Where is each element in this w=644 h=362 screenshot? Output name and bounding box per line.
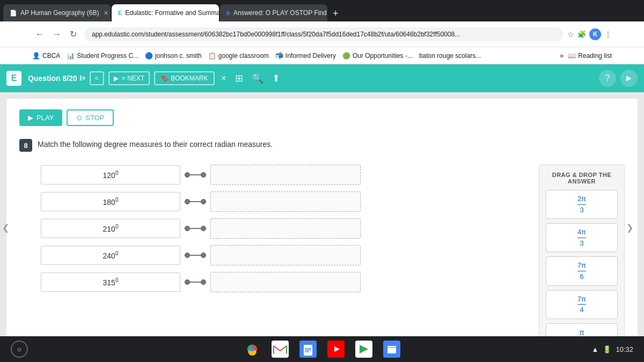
docs-icon[interactable] [298,339,318,359]
more-bookmarks[interactable]: » [560,51,564,60]
gmail-icon[interactable] [270,339,290,359]
degree-box-210: 2100 [41,219,180,238]
app-logo: E [6,71,21,86]
playback-controls: ▶ PLAY ⊙ STOP [19,109,625,126]
back-button[interactable]: ← [32,27,47,41]
next-question-button[interactable]: ▶ > NEXT [108,71,150,85]
chrome-icon[interactable] [243,339,262,359]
stop-button[interactable]: ⊙ STOP [67,109,114,126]
degree-column: 1200 1800 [41,165,361,292]
user-button[interactable]: ► [620,70,638,87]
bookmark-star-icon[interactable]: ☆ [567,30,574,39]
connector-240[interactable] [180,253,210,258]
wifi-icon: ▲ [592,345,599,353]
answer-box-1[interactable] [210,165,361,185]
bookmark-button[interactable]: 🔖 BOOKMARK [154,71,214,85]
bookmark-student-progress[interactable]: 📊 Student Progress C... [67,52,138,60]
svg-rect-7 [305,351,309,352]
connector-210[interactable] [180,226,210,231]
bookmark-jonhson[interactable]: 🔵 jonhson c. smith [145,52,202,60]
question-counter: Question 8/20 ℹ▾ [28,74,85,83]
bookmark-google-classroom[interactable]: 📋 google classroom [208,52,269,60]
bookmark-baton-rouge[interactable]: baton rouge scolars... [419,52,481,60]
circle-icon: ○ [11,341,28,358]
taskbar: ○ [0,336,644,362]
prev-question-button[interactable]: < [90,71,104,85]
answer-box-3[interactable] [210,218,361,239]
browser-extension-icon[interactable]: 🧩 [577,30,586,38]
tab-icon-2: E [118,10,122,16]
tab-icon-3: b [226,10,230,16]
connector-180[interactable] [180,199,210,204]
bookmark-icon: 🔖 [160,75,169,82]
degree-box-315: 3150 [41,272,180,292]
bookmark-informed-delivery[interactable]: 📬 Informed Delivery [275,52,336,60]
time-display: 10:32 [616,345,633,353]
tab-ap-human-geography[interactable]: 📄 AP Human Geography (6B) ✕ [3,4,111,21]
svg-rect-13 [387,346,396,353]
fraction-7pi-4: 7π 4 [553,295,611,314]
grid-icon-button[interactable]: ⊞ [233,70,245,86]
svg-rect-6 [305,350,311,351]
forward-button[interactable]: → [49,27,64,41]
bookmark-reading-list[interactable]: 📖 Reading list [568,52,612,60]
stop-icon: ⊙ [76,114,82,122]
drag-item-4pi-3[interactable]: 4π 3 [546,223,618,252]
tab-label-1: AP Human Geography (6B) [20,9,99,17]
degree-box-180: 1800 [41,192,180,211]
question-info-icon[interactable]: ℹ▾ [79,75,85,82]
bookmark-icon-jonhson: 🔵 [145,52,153,60]
connector-315[interactable] [180,279,210,285]
new-tab-button[interactable]: + [328,6,343,21]
youtube-icon[interactable] [326,339,346,359]
close-tab-1[interactable]: ✕ [104,10,108,17]
help-button[interactable]: ? [599,70,616,87]
matching-area: 1200 1800 [19,165,625,353]
match-row-210: 2100 [41,218,361,239]
search-icon-button[interactable]: 🔍 [250,70,266,86]
svg-point-1 [250,347,254,351]
answer-box-2[interactable] [210,191,361,212]
taskbar-circle[interactable]: ○ [11,341,28,358]
bookmark-cbca[interactable]: 👤 CBCA [32,52,60,60]
bookmark-icon-cbca: 👤 [32,52,40,60]
question-header: 8 Match the following degree measures to… [19,139,625,152]
taskbar-status: ▲ 🔋 10:32 [592,345,633,353]
svg-rect-5 [305,348,311,349]
answer-box-4[interactable] [210,245,361,265]
drag-item-2pi-3[interactable]: 2π 3 [546,190,618,219]
bookmark-opportunities[interactable]: 🟢 Our Opportunities -... [342,52,413,60]
answer-box-5[interactable] [210,272,361,292]
upload-icon-button[interactable]: ⬆ [270,70,282,86]
play-button[interactable]: ▶ PLAY [19,109,62,126]
match-row-240: 2400 [41,245,361,265]
bookmark-icon-opportunities: 🟢 [342,52,350,60]
question-number: 8 [19,139,32,152]
next-arrow-icon: ▶ [114,75,119,82]
fraction-4pi-3: 4π 3 [553,228,611,247]
fraction-2pi-3: 2π 3 [553,195,611,214]
reload-button[interactable]: ↻ [67,27,80,41]
right-nav-arrow[interactable]: ❯ [624,216,635,239]
drag-drop-panel: DRAG & DROP THE ANSWER 2π 3 4π 3 [539,165,625,353]
bookmark-icon-progress: 📊 [67,52,75,60]
profile-icon[interactable]: K [589,28,601,40]
bookmark-icon-classroom: 📋 [208,52,216,60]
tab-answered[interactable]: b Answered: O PLAY OSTOP Find t ✕ [220,4,327,21]
close-button[interactable]: × [219,71,229,86]
drag-item-7pi-4[interactable]: 7π 4 [546,290,618,319]
reading-list-icon: 📖 [568,52,576,60]
tab-icon-1: 📄 [10,10,17,17]
play-store-icon[interactable] [354,339,374,359]
address-input[interactable] [84,27,563,41]
question-text: Match the following degree measures to t… [38,139,273,149]
files-icon[interactable] [382,339,401,359]
menu-icon[interactable]: ⋮ [604,30,612,39]
match-row-120: 1200 [41,165,361,185]
connector-120[interactable] [180,172,210,178]
play-icon: ▶ [28,114,33,122]
pi-symbol: π [579,328,584,337]
left-nav-arrow[interactable]: ❮ [0,216,11,239]
tab-edulastic[interactable]: E Edulastic: Formative and Summa ✕ [112,4,219,21]
drag-item-7pi-6[interactable]: 7π 6 [546,256,618,285]
